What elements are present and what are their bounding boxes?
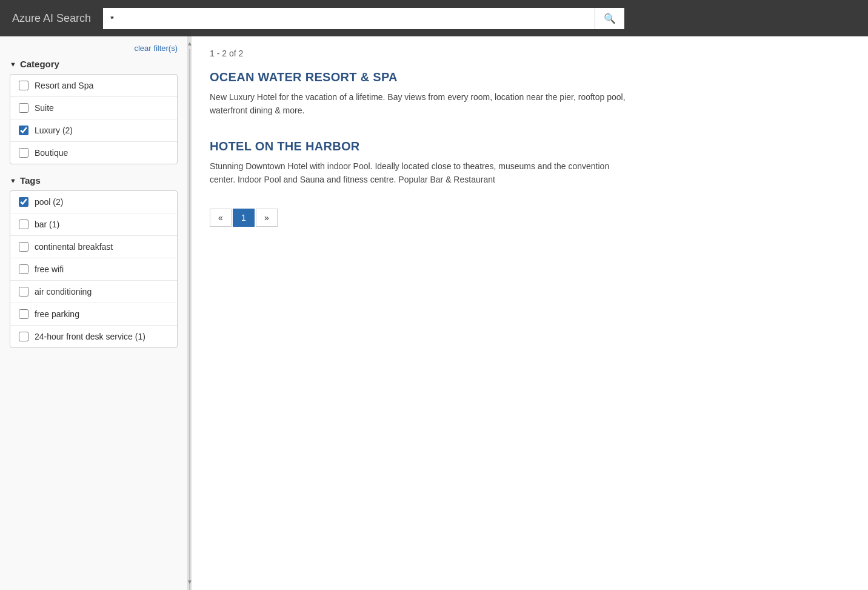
tags-label: Tags (20, 175, 41, 186)
filter-item-boutique[interactable]: Boutique (10, 142, 177, 164)
filter-item-suite[interactable]: Suite (10, 97, 177, 119)
tags-filter-group: pool (2) bar (1) continental breakfast f… (10, 190, 178, 348)
checkbox-free-wifi[interactable] (19, 264, 28, 274)
checkbox-front-desk[interactable] (19, 332, 28, 341)
filter-item-air-conditioning[interactable]: air conditioning (10, 281, 177, 303)
filter-label-air-conditioning: air conditioning (35, 287, 92, 297)
scroll-down-arrow[interactable]: ▼ (187, 576, 193, 588)
clear-filters-link[interactable]: clear filter(s) (10, 44, 178, 53)
filter-item-bar[interactable]: bar (1) (10, 213, 177, 236)
filter-item-continental-breakfast[interactable]: continental breakfast (10, 236, 177, 258)
result-title-1: OCEAN WATER RESORT & SPA (210, 70, 850, 84)
category-filter-group: Resort and Spa Suite Luxury (2) Boutique (10, 74, 178, 164)
search-bar: 🔍 (103, 8, 624, 29)
page-1-button[interactable]: 1 (233, 209, 255, 227)
filter-label-pool: pool (2) (35, 197, 63, 207)
filter-item-free-wifi[interactable]: free wifi (10, 258, 177, 281)
filter-label-suite: Suite (35, 103, 54, 113)
divider-line (189, 49, 190, 590)
checkbox-resort-spa[interactable] (19, 81, 28, 90)
checkbox-pool[interactable] (19, 197, 28, 207)
checkbox-luxury[interactable] (19, 126, 28, 135)
sidebar: clear filter(s) ▼ Category Resort and Sp… (0, 36, 188, 590)
checkbox-bar[interactable] (19, 220, 28, 229)
chevron-down-icon: ▼ (10, 61, 16, 68)
checkbox-suite[interactable] (19, 103, 28, 113)
result-title-2: HOTEL ON THE HARBOR (210, 139, 850, 153)
filter-item-pool[interactable]: pool (2) (10, 191, 177, 213)
pagination: « 1 » (210, 209, 850, 227)
filter-label-free-wifi: free wifi (35, 264, 64, 274)
result-description-1: New Luxury Hotel for the vacation of a l… (210, 90, 634, 118)
filter-item-front-desk[interactable]: 24-hour front desk service (1) (10, 326, 177, 347)
next-page-button[interactable]: » (256, 209, 278, 227)
search-button[interactable]: 🔍 (595, 8, 624, 29)
filter-label-continental-breakfast: continental breakfast (35, 242, 113, 252)
checkbox-free-parking[interactable] (19, 309, 28, 319)
main-layout: clear filter(s) ▼ Category Resort and Sp… (0, 36, 868, 590)
result-item-2: HOTEL ON THE HARBOR Stunning Downtown Ho… (210, 139, 850, 187)
result-description-2: Stunning Downtown Hotel with indoor Pool… (210, 159, 634, 187)
tags-section-heading: ▼ Tags (10, 175, 178, 186)
filter-label-boutique: Boutique (35, 148, 68, 158)
main-content: 1 - 2 of 2 OCEAN WATER RESORT & SPA New … (192, 36, 868, 590)
app-title: Azure AI Search (12, 12, 91, 25)
checkbox-continental-breakfast[interactable] (19, 242, 28, 252)
search-input[interactable] (103, 8, 595, 29)
checkbox-boutique[interactable] (19, 148, 28, 158)
checkbox-air-conditioning[interactable] (19, 287, 28, 297)
chevron-down-icon-tags: ▼ (10, 177, 16, 184)
category-section-heading: ▼ Category (10, 59, 178, 69)
filter-label-front-desk: 24-hour front desk service (1) (35, 332, 145, 341)
filter-label-free-parking: free parking (35, 309, 79, 319)
search-icon: 🔍 (604, 13, 616, 24)
filter-item-free-parking[interactable]: free parking (10, 303, 177, 326)
filter-label-luxury: Luxury (2) (35, 126, 73, 135)
header: Azure AI Search 🔍 (0, 0, 868, 36)
result-count: 1 - 2 of 2 (210, 49, 850, 58)
filter-item-resort-spa[interactable]: Resort and Spa (10, 75, 177, 97)
filter-item-luxury[interactable]: Luxury (2) (10, 119, 177, 142)
category-label: Category (20, 59, 59, 69)
result-item-1: OCEAN WATER RESORT & SPA New Luxury Hote… (210, 70, 850, 118)
filter-label-resort-spa: Resort and Spa (35, 81, 93, 90)
sidebar-divider: ▲ ▼ (188, 36, 192, 590)
prev-page-button[interactable]: « (210, 209, 232, 227)
scroll-up-arrow[interactable]: ▲ (187, 38, 193, 49)
filter-label-bar: bar (1) (35, 220, 59, 229)
